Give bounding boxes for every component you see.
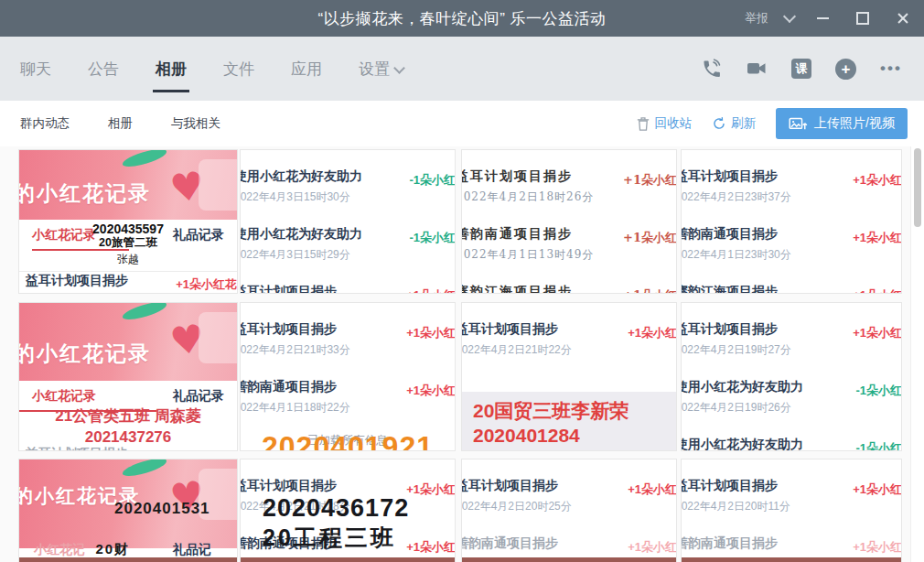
photo-entry: 益耳计划项目捐步2022年4月2日19时29分+1朵小红花 [240,275,456,294]
photo-tile[interactable]: 益耳计划项目捐步2022年4月2日21时33分+1朵小红花善韵南通项目捐步202… [240,302,456,451]
add-icon[interactable]: + [835,59,856,80]
leaf-icon [121,303,168,322]
photo-entry-date: 2022年4月3日15时30分 [240,189,456,205]
overlay-line: 20工程三班 [263,523,409,553]
photo-entry-delta: +1朵小红花 [853,481,902,498]
recycle-bin-button[interactable]: 回收站 [636,115,693,132]
photo-entry: 使用小红花为好友助力2022年4月3日15时30分-1朵小红花 [240,159,456,217]
photo-tile[interactable]: 的小红花记录♥2020401531小红花记录20财 政礼品记录 [18,459,238,562]
photo-tile[interactable]: 益耳计划项目捐步2022年4月2日21时28分+1朵小红花善韵南通项目捐步202… [240,459,456,562]
subnav-albums[interactable]: 相册 [108,115,133,132]
photo-entry-delta: +1朵小红花 [176,449,237,451]
overlay-student-id: 2020401531 [114,500,210,518]
banner-tab-row: 小红花记录202043559720旅管二班礼品记录 [19,220,237,251]
minimize-button[interactable] [811,6,834,30]
subnav-group-feed[interactable]: 群内动态 [20,115,70,132]
photo-entry: 益耳计划项目捐步2022年4月2日21时33分+1朵小红花 [240,312,456,370]
upload-photo-icon [789,116,808,132]
photo-entry-delta: +1朵小红花 [853,287,902,294]
photo-entry: 赛韵江海项目捐步2022年3月31日16时44分+1朵小红花 [461,275,677,294]
photo-tile[interactable]: 益耳计划项目捐步2022年4月2日21时22分+1朵小红花已加载所有信息20国贸… [461,302,677,451]
photo-entry-delta: +1朵小红花 [853,539,902,556]
photo-entry-date: 2022年4月2日21时33分 [240,342,456,358]
refresh-label: 刷新 [731,115,756,132]
tab-files[interactable]: 文件 [223,59,254,80]
tab-settings[interactable]: 设置 [359,59,403,80]
student-class: 20旅管二班 [92,236,164,249]
photo-entry-delta: -1朵小红花 [409,230,456,246]
photo-entry-delta: +1朵小红花 [623,172,677,189]
photo-tile[interactable]: 益耳计划项目捐步2022年4月2日20时11分+1朵小红花善韵南通项目捐步+1朵… [681,459,902,562]
leaf-icon [121,150,168,169]
photo-entry: 謇韵江海项目捐步+1朵小红花 [681,275,902,294]
photo-entry: 使用小红花为好友助力2022年4月2日19时25分-1朵小红花 [681,427,902,451]
group-window: “以步撷花来，春叶绽心间” 乐一公益活动 举报 聊天 公告 相册 文件 应用 设… [0,0,924,562]
photo-entry-delta: +1朵小红花 [623,287,677,294]
photo-tile[interactable]: 使用小红花为好友助力2022年4月3日15时30分-1朵小红花使用小红花为好友助… [240,149,456,294]
photo-entry-delta: +1朵小红花 [853,172,902,189]
subnav-related-to-me[interactable]: 与我相关 [171,115,220,132]
photo-tile[interactable]: 益耳计划项目捐步2022年4月2日23时37分+1朵小红花善韵南通项目捐步202… [681,149,902,294]
next-photo-edge [19,557,237,562]
tab-chat[interactable]: 聊天 [20,59,51,80]
album-toolbar: 群内动态 相册 与我相关 回收站 刷新 [0,101,924,147]
close-button[interactable] [891,6,915,30]
album-banner-image: 的小红花记录♥ [19,303,237,381]
tab-bar: 聊天 公告 相册 文件 应用 设置 [0,37,924,102]
photo-entry-date: 2022年4月2日20时25分 [461,499,677,514]
refresh-button[interactable]: 刷新 [712,115,756,132]
photo-entry-delta: +1朵小红花 [628,539,677,556]
photo-entry: 益耳计划项目捐步2022年4月2日21时22分+1朵小红花 [461,312,677,370]
upload-photo-video-button[interactable]: 上传照片/视频 [776,108,908,139]
voice-call-icon[interactable] [700,58,722,80]
report-button[interactable]: 举报 [745,10,768,27]
photo-entry-delta: -1朵小红花 [855,383,902,399]
photo-entry: 益耳计划项目捐步2022年4月2日22时55分+1朵小红花 [18,264,238,294]
photo-entry-list: 益耳计划项目捐步2022年4月2日18时26分+1朵小红花善韵南通项目捐步202… [462,150,676,294]
photo-entry-list: 益耳计划项目捐步2022年4月2日21时33分+1朵小红花善韵南通项目捐步202… [241,303,455,427]
video-call-icon[interactable] [746,58,768,80]
photo-entry-list: 使用小红花为好友助力2022年4月3日15时30分-1朵小红花使用小红花为好友助… [241,150,455,294]
photo-entry: 益耳计划项目捐步2022年4月2日23时37分+1朵小红花 [681,159,902,217]
album-content: 的小红花记录♥小红花记录202043559720旅管二班礼品记录张越益耳计划项目… [0,146,924,562]
photo-tile[interactable]: 益耳计划项目捐步2022年4月2日20时25分+1朵小红花善韵南通项目捐步+1朵… [461,459,677,562]
photo-entry: 益耳计划项目捐步2022年4月2日20时25分+1朵小红花 [461,469,677,526]
photo-entry-date: 2022年4月3日15时29分 [240,247,456,263]
overlay-line: 20国贸三班李新荣 [473,398,676,423]
overlay-line: 2020436172 [263,494,409,523]
refresh-icon [712,116,726,131]
class-icon[interactable]: 课 [791,59,811,79]
tab-announcement[interactable]: 公告 [88,59,119,80]
tab-album[interactable]: 相册 [156,59,187,80]
photo-entry-delta: -1朵小红花 [409,172,456,189]
photo-entry: 益耳计划项目捐步2022年4月2日20时11分+1朵小红花 [681,469,902,526]
recycle-bin-label: 回收站 [655,115,693,132]
photo-entry: 益耳计划项目捐步2022年4月2日19时27分+1朵小红花 [681,312,902,370]
tab-apps[interactable]: 应用 [291,59,322,80]
photo-tile[interactable]: 的小红花记录♥小红花记录礼品记录21公管类五班 周森菱2021437276益耳计… [18,302,238,451]
maximize-button[interactable] [851,6,875,30]
photo-entry-date: 2022年4月2日19时27分 [681,342,902,358]
photo-tile[interactable]: 益耳计划项目捐步2022年4月2日18时26分+1朵小红花善韵南通项目捐步202… [461,149,677,294]
window-title: “以步撷花来，春叶绽心间” 乐一公益活动 [317,8,606,29]
photo-entry-list: 益耳计划项目捐步2022年4月2日20时25分+1朵小红花善韵南通项目捐步+1朵… [462,459,676,562]
photo-entry-date: 2022年4月1日13时49分 [461,247,677,263]
photo-tile[interactable]: 的小红花记录♥小红花记录202043559720旅管二班礼品记录张越益耳计划项目… [18,149,238,294]
banner-title: 的小红花记录 [19,340,151,368]
photo-entry-list: 益耳计划项目捐步2022年4月2日21时22分+1朵小红花 [462,303,676,370]
photo-entry-date: 2022年4月2日21时22分 [461,342,677,358]
banner-student-info: 202043559720旅管二班 [92,222,164,249]
photo-tile[interactable]: 益耳计划项目捐步2022年4月2日19时27分+1朵小红花使用小红花为好友助力2… [681,302,902,451]
overlay-student-id: 2020401921 [262,430,434,451]
scrollbar-track[interactable] [910,146,924,562]
scrollbar-thumb[interactable] [914,148,921,227]
more-icon[interactable]: ••• [880,58,902,80]
banner-side-card [199,159,237,211]
tab-settings-label: 设置 [359,59,390,80]
chevron-down-icon[interactable] [783,10,796,23]
photo-entry-list: 益耳计划项目捐步2022年4月2日22时55分+1朵小红花 [19,264,237,294]
next-photo-edge [462,557,676,562]
photo-entry-list: 益耳计划项目捐步2022年4月2日20时11分+1朵小红花善韵南通项目捐步+1朵… [682,459,901,562]
photo-entry: 善韵南通项目捐步2022年4月1日23时30分+1朵小红花 [681,217,902,275]
photo-entry-date: 2022年4月1日18时22分 [240,400,456,416]
